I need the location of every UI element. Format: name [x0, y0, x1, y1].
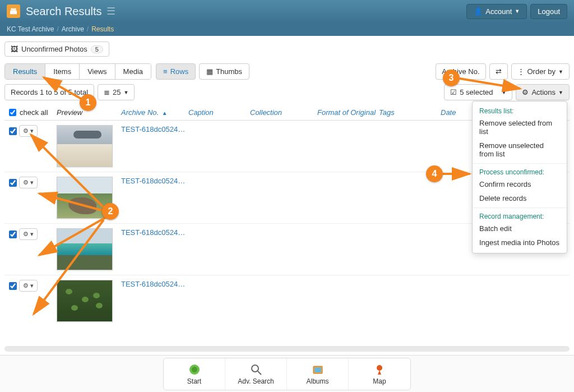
tab-items[interactable]: Items [45, 64, 80, 79]
dropdown-item-delete[interactable]: Delete records [473, 191, 567, 205]
sort-asc-icon: ▲ [162, 110, 168, 116]
account-menu-button[interactable]: 👤 Account ▼ [466, 4, 527, 19]
hamburger-icon[interactable]: ☰ [107, 5, 115, 17]
gear-icon: ⚙ [23, 179, 29, 186]
page-size-label: 25 [113, 88, 121, 96]
column-archive-no-label: Archive No. [121, 108, 159, 117]
table-row[interactable]: ⚙▾ TEST-618dc0524… [4, 275, 570, 326]
gear-icon: ⚙ [23, 230, 29, 238]
row-checkbox[interactable] [9, 127, 17, 135]
result-tabs: Results Items Views Media [4, 63, 151, 80]
row-archive-link[interactable]: TEST-618dc0524… [121, 177, 188, 185]
check-all-label: check all [20, 108, 48, 117]
gear-icon: ⚙ [23, 282, 29, 289]
breadcrumb-mid[interactable]: Archive [62, 25, 84, 33]
row-gear-button[interactable]: ⚙▾ [19, 177, 38, 188]
dock-albums-button[interactable]: Albums [287, 358, 349, 390]
row-checkbox[interactable] [9, 230, 17, 238]
column-tags[interactable]: Tags [379, 108, 441, 117]
dock-map-button[interactable]: Map [349, 358, 410, 390]
view-rows-button[interactable]: ≡ Rows [156, 63, 196, 80]
row-gear-button[interactable]: ⚙▾ [19, 228, 38, 240]
sort-icon: ⋮ [517, 67, 525, 76]
rows-icon: ≡ [163, 67, 168, 76]
column-archive-no[interactable]: Archive No. ▲ [121, 108, 188, 117]
row-gear-button[interactable]: ⚙▾ [19, 125, 38, 137]
svg-rect-1 [11, 8, 16, 11]
top-navbar: Search Results ☰ 👤 Account ▼ Logout [0, 0, 574, 22]
dropdown-item-confirm[interactable]: Confirm records [473, 177, 567, 191]
selected-count-button[interactable]: ☑ 5 selected ▼ [444, 84, 512, 100]
tab-views[interactable]: Views [80, 64, 115, 79]
filter-tab-count: 5 [91, 45, 103, 53]
column-format[interactable]: Format of Original [317, 108, 379, 117]
caret-down-icon: ▼ [515, 8, 520, 14]
logout-label: Logout [538, 7, 560, 16]
svg-point-3 [192, 367, 197, 372]
thumbnail-image[interactable] [57, 228, 113, 270]
view-thumbs-button[interactable]: ▦ Thumbs [199, 63, 249, 80]
row-checkbox[interactable] [9, 179, 17, 187]
gear-icon: ⚙ [522, 88, 529, 96]
dropdown-item-ingest[interactable]: Ingest media into Photos [473, 236, 567, 250]
svg-rect-0 [10, 11, 17, 15]
start-icon [188, 363, 201, 376]
caret-down-icon: ▾ [30, 127, 34, 135]
actions-dropdown: Results list: Remove selected from list … [472, 101, 567, 253]
check-all-checkbox[interactable] [9, 109, 16, 116]
dropdown-item-remove-unselected[interactable]: Remove unselected from list [473, 139, 567, 161]
column-check-all[interactable]: check all [9, 108, 57, 117]
row-archive-link[interactable]: TEST-618dc0524… [121, 125, 188, 133]
actions-label: Actions [531, 88, 556, 96]
svg-rect-7 [314, 367, 321, 372]
caret-down-icon: ▾ [30, 230, 34, 238]
shuffle-button[interactable]: ⇄ [489, 63, 508, 80]
row-gear-button[interactable]: ⚙▾ [19, 280, 38, 292]
annotation-marker-3: 3 [443, 70, 460, 86]
dock-start-button[interactable]: Start [164, 358, 225, 390]
dock-albums-label: Albums [306, 377, 328, 385]
tab-media[interactable]: Media [115, 64, 151, 79]
logout-button[interactable]: Logout [530, 4, 567, 19]
dropdown-item-batch-edit[interactable]: Batch edit [473, 222, 567, 236]
dropdown-item-remove-selected[interactable]: Remove selected from list [473, 116, 567, 139]
records-range-label: Records 1 to 5 of 5 total [11, 88, 88, 96]
thumbnail-image[interactable] [57, 125, 113, 167]
breadcrumb-sep: / [57, 25, 58, 33]
column-collection[interactable]: Collection [250, 108, 317, 117]
bottom-dock: Start Adv. Search Albums Map [0, 355, 574, 392]
dock-adv-label: Adv. Search [238, 377, 274, 385]
thumbnail-image[interactable] [57, 280, 113, 322]
caret-down-icon: ▾ [30, 282, 34, 289]
annotation-marker-4: 4 [426, 165, 443, 182]
horizontal-scrollbar[interactable] [4, 346, 570, 352]
filter-tab-unconfirmed[interactable]: 🖼 Unconfirmed Photos 5 [4, 41, 109, 57]
caret-down-icon: ▼ [558, 69, 563, 75]
checkbox-icon: ☑ [450, 88, 457, 96]
breadcrumb-root[interactable]: KC Test Archive [7, 25, 54, 33]
filter-tab-label: Unconfirmed Photos [21, 45, 87, 53]
albums-icon [311, 363, 325, 376]
dropdown-group-title: Process unconfirmed: [473, 166, 567, 177]
row-archive-link[interactable]: TEST-618dc0524… [121, 280, 188, 288]
page-title: Search Results [26, 5, 102, 18]
column-caption[interactable]: Caption [188, 108, 250, 117]
caret-down-icon: ▼ [502, 90, 507, 95]
selected-count-label: 5 selected [460, 88, 493, 96]
user-icon: 👤 [474, 7, 483, 16]
tab-results[interactable]: Results [5, 64, 45, 79]
view-thumbs-label: Thumbs [216, 67, 242, 76]
svg-point-8 [377, 365, 382, 371]
row-checkbox[interactable] [9, 282, 17, 290]
dock-start-label: Start [187, 377, 201, 385]
app-logo-icon [7, 4, 20, 18]
list-icon: ≣ [104, 88, 110, 96]
dock-map-label: Map [373, 377, 386, 385]
order-by-button[interactable]: ⋮ Order by ▼ [511, 63, 570, 80]
toolbar-row-1: Results Items Views Media ≡ Rows ▦ Thumb… [4, 63, 570, 80]
actions-button[interactable]: ⚙ Actions ▼ [516, 84, 570, 100]
page-size-button[interactable]: ≣ 25 ▼ [98, 84, 135, 100]
dock-adv-search-button[interactable]: Adv. Search [225, 358, 287, 390]
row-archive-link[interactable]: TEST-618dc0524… [121, 228, 188, 237]
dropdown-group-title: Record management: [473, 210, 567, 222]
